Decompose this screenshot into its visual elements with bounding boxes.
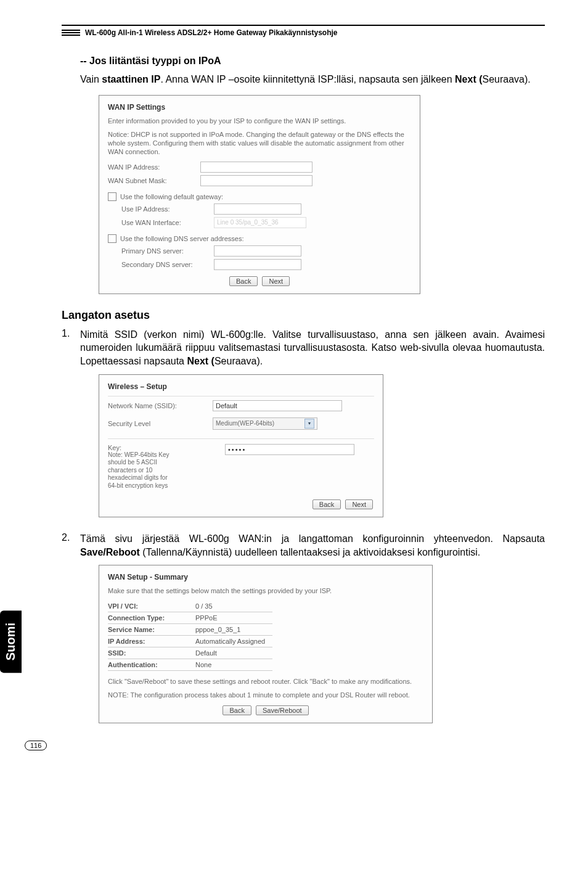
header-product-line: WL-600g All-in-1 Wireless ADSL2/2+ Home … xyxy=(85,28,337,37)
row-val: 0 / 35 xyxy=(195,601,272,612)
row-key: VPI / VCI: xyxy=(108,601,195,612)
chevron-down-icon: ▾ xyxy=(304,419,314,429)
ss3-back-button[interactable]: Back xyxy=(223,705,251,715)
row-key: Authentication: xyxy=(108,659,195,670)
ss3-title: WAN Setup - Summary xyxy=(108,573,423,581)
ss1-next-button[interactable]: Next xyxy=(262,276,290,286)
row-key: Connection Type: xyxy=(108,612,195,623)
header-icon xyxy=(62,28,80,37)
secondary-dns-label: Secondary DNS server: xyxy=(121,261,214,268)
table-row: Service Name:pppoe_0_35_1 xyxy=(108,623,272,635)
default-gateway-label: Use the following default gateway: xyxy=(120,193,223,200)
ipoa-heading: -- Jos liitäntäsi tyyppi on IPoA xyxy=(80,55,545,67)
dns-checkbox[interactable] xyxy=(108,234,116,243)
use-wan-if-label: Use WAN Interface: xyxy=(121,219,214,226)
ss1-title: WAN IP Settings xyxy=(108,103,411,112)
row-val: pppoe_0_35_1 xyxy=(195,623,272,635)
table-row: Authentication:None xyxy=(108,659,272,670)
row-val: Automatically Assigned xyxy=(195,635,272,647)
use-ip-label: Use IP Address: xyxy=(121,205,214,213)
key-note: Note: WEP-64bits Key should be 5 ASCII c… xyxy=(108,451,176,490)
ss1-back-button[interactable]: Back xyxy=(229,276,258,286)
ss3-foot1: Click "Save/Reboot" to save these settin… xyxy=(108,677,423,686)
page-number: 116 xyxy=(25,741,47,750)
wan-mask-label: WAN Subnet Mask: xyxy=(108,177,200,184)
row-val: Default xyxy=(195,647,272,659)
use-ip-input[interactable] xyxy=(214,203,301,215)
ss3-save-reboot-button[interactable]: Save/Reboot xyxy=(256,705,309,715)
row-val: None xyxy=(195,659,272,670)
ss3-foot2: NOTE: The configuration process takes ab… xyxy=(108,691,423,699)
key-label: Key: xyxy=(108,444,213,451)
ss2-back-button[interactable]: Back xyxy=(312,499,341,509)
security-level-label: Security Level xyxy=(108,420,213,427)
ss1-note2: Notice: DHCP is not supported in IPoA mo… xyxy=(108,130,411,157)
use-wan-if-input[interactable]: Line 0 35/pa_0_35_36 xyxy=(214,217,306,228)
header-bar: WL-600g All-in-1 Wireless ADSL2/2+ Home … xyxy=(62,25,545,37)
list-number-2: 2. xyxy=(62,532,80,559)
wan-ip-settings-screenshot: WAN IP Settings Enter information provid… xyxy=(99,95,420,294)
wan-mask-input[interactable] xyxy=(200,175,312,186)
list-item-2: Tämä sivu järjestää WL-600g WAN:in ja la… xyxy=(80,532,545,559)
ss3-note: Make sure that the settings below match … xyxy=(108,586,423,595)
row-key: IP Address: xyxy=(108,635,195,647)
ss2-next-button[interactable]: Next xyxy=(345,499,373,509)
primary-dns-input[interactable] xyxy=(214,245,301,257)
security-level-select[interactable]: Medium(WEP-64bits) ▾ xyxy=(213,417,317,430)
list-item-1: Nimitä SSID (verkon nimi) WL-600g:lle. V… xyxy=(80,328,545,368)
wireless-setup-screenshot: Wireless – Setup Network Name (SSID): De… xyxy=(99,374,383,518)
ssid-label: Network Name (SSID): xyxy=(108,402,213,409)
row-key: Service Name: xyxy=(108,623,195,635)
row-val: PPPoE xyxy=(195,612,272,623)
dns-label: Use the following DNS server addresses: xyxy=(120,235,244,242)
ss2-title: Wireless – Setup xyxy=(108,382,374,391)
ssid-input[interactable]: Default xyxy=(213,400,342,411)
table-row: IP Address:Automatically Assigned xyxy=(108,635,272,647)
row-key: SSID: xyxy=(108,647,195,659)
table-row: Connection Type:PPPoE xyxy=(108,612,272,623)
table-row: VPI / VCI:0 / 35 xyxy=(108,601,272,612)
summary-table: VPI / VCI:0 / 35 Connection Type:PPPoE S… xyxy=(108,601,272,671)
ipoa-paragraph: Vain staattinen IP. Anna WAN IP –osoite … xyxy=(80,73,545,86)
secondary-dns-input[interactable] xyxy=(214,259,301,270)
wan-ip-label: WAN IP Address: xyxy=(108,163,200,171)
key-input[interactable]: ••••• xyxy=(225,444,354,455)
primary-dns-label: Primary DNS server: xyxy=(121,247,214,255)
wan-ip-input[interactable] xyxy=(200,162,312,173)
table-row: SSID:Default xyxy=(108,647,272,659)
list-number-1: 1. xyxy=(62,328,80,368)
ss1-note1: Enter information provided to you by you… xyxy=(108,117,411,125)
wireless-heading: Langaton asetus xyxy=(62,309,545,322)
wan-summary-screenshot: WAN Setup - Summary Make sure that the s… xyxy=(99,565,433,723)
default-gateway-checkbox[interactable] xyxy=(108,192,116,201)
